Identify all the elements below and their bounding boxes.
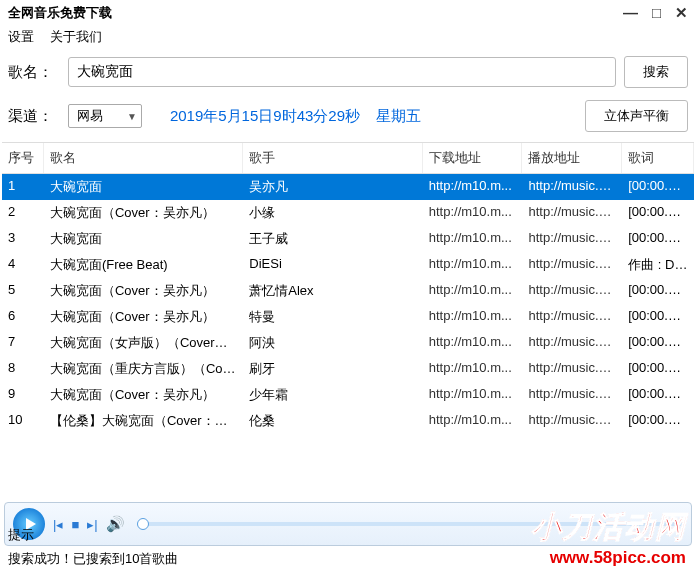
cell-play: http://music.1... xyxy=(522,278,622,304)
cell-lyric: [00:00.000] ... xyxy=(622,408,694,434)
table-header: 序号 歌名 歌手 下载地址 播放地址 歌词 xyxy=(2,143,694,174)
cell-play: http://music.1... xyxy=(522,304,622,330)
cell-idx: 9 xyxy=(2,382,44,408)
cell-idx: 4 xyxy=(2,252,44,278)
cell-idx: 8 xyxy=(2,356,44,382)
search-label: 歌名： xyxy=(8,63,60,82)
cell-name: 大碗宽面（女声版）（Cover：吴... xyxy=(44,330,243,356)
cell-idx: 5 xyxy=(2,278,44,304)
cell-dl: http://m10.m... xyxy=(423,356,523,382)
cell-artist: 吴亦凡 xyxy=(243,174,422,200)
tip-label: 提示 xyxy=(8,526,178,544)
cell-name: 大碗宽面(Free Beat) xyxy=(44,252,243,278)
cell-idx: 1 xyxy=(2,174,44,200)
cell-name: 大碗宽面（Cover：吴亦凡） xyxy=(44,200,243,226)
table-row[interactable]: 10【伦桑】大碗宽面（Cover：吴亦...伦桑http://m10.m...h… xyxy=(2,408,694,434)
cell-artist: 特曼 xyxy=(243,304,422,330)
cell-artist: DiESi xyxy=(243,252,422,278)
cell-name: 大碗宽面（重庆方言版）（Cover... xyxy=(44,356,243,382)
search-input[interactable] xyxy=(68,57,616,87)
cell-play: http://music.1... xyxy=(522,382,622,408)
cell-lyric: [00:00.000] ... xyxy=(622,200,694,226)
table-row[interactable]: 8大碗宽面（重庆方言版）（Cover...刷牙http://m10.m...ht… xyxy=(2,356,694,382)
col-name[interactable]: 歌名 xyxy=(44,143,243,173)
table-row[interactable]: 1大碗宽面吴亦凡http://m10.m...http://music.1...… xyxy=(2,174,694,200)
cell-play: http://music.1... xyxy=(522,226,622,252)
table-row[interactable]: 4大碗宽面(Free Beat)DiESihttp://m10.m...http… xyxy=(2,252,694,278)
cell-dl: http://m10.m... xyxy=(423,200,523,226)
results-table: 序号 歌名 歌手 下载地址 播放地址 歌词 1大碗宽面吴亦凡http://m10… xyxy=(2,142,694,434)
cell-play: http://music.1... xyxy=(522,200,622,226)
cell-lyric: [00:00.000] ... xyxy=(622,226,694,252)
cell-idx: 10 xyxy=(2,408,44,434)
col-play[interactable]: 播放地址 xyxy=(522,143,622,173)
table-row[interactable]: 7大碗宽面（女声版）（Cover：吴...阿泱http://m10.m...ht… xyxy=(2,330,694,356)
cell-name: 大碗宽面（Cover：吴亦凡） xyxy=(44,278,243,304)
cell-dl: http://m10.m... xyxy=(423,382,523,408)
status-text: 搜索成功！已搜索到10首歌曲 xyxy=(8,550,178,568)
cell-dl: http://m10.m... xyxy=(423,174,523,200)
cell-artist: 萧忆情Alex xyxy=(243,278,422,304)
col-index[interactable]: 序号 xyxy=(2,143,44,173)
cell-artist: 王子威 xyxy=(243,226,422,252)
cell-play: http://music.1... xyxy=(522,330,622,356)
cell-lyric: [00:00.000] ... xyxy=(622,174,694,200)
cell-dl: http://m10.m... xyxy=(423,408,523,434)
stereo-balance-button[interactable]: 立体声平衡 xyxy=(585,100,688,132)
cell-lyric: [00:00.000] ... xyxy=(622,356,694,382)
cell-play: http://music.1... xyxy=(522,174,622,200)
cell-idx: 2 xyxy=(2,200,44,226)
cell-play: http://music.1... xyxy=(522,408,622,434)
cell-artist: 少年霜 xyxy=(243,382,422,408)
cell-idx: 6 xyxy=(2,304,44,330)
watermark: 小刀活动网 www.58picc.com xyxy=(531,507,686,568)
cell-artist: 阿泱 xyxy=(243,330,422,356)
menu-about[interactable]: 关于我们 xyxy=(50,29,102,44)
col-artist[interactable]: 歌手 xyxy=(243,143,422,173)
cell-name: 大碗宽面（Cover：吴亦凡） xyxy=(44,304,243,330)
cell-dl: http://m10.m... xyxy=(423,252,523,278)
cell-lyric: [00:00.000] ... xyxy=(622,382,694,408)
minimize-icon[interactable]: — xyxy=(623,4,638,22)
cell-lyric: [00:00.000] ... xyxy=(622,278,694,304)
table-row[interactable]: 5大碗宽面（Cover：吴亦凡）萧忆情Alexhttp://m10.m...ht… xyxy=(2,278,694,304)
col-lyric[interactable]: 歌词 xyxy=(622,143,694,173)
cell-name: 大碗宽面 xyxy=(44,174,243,200)
cell-lyric: [00:00.000] ... xyxy=(622,330,694,356)
table-row[interactable]: 2大碗宽面（Cover：吴亦凡）小缘http://m10.m...http://… xyxy=(2,200,694,226)
cell-play: http://music.1... xyxy=(522,356,622,382)
cell-name: 大碗宽面 xyxy=(44,226,243,252)
table-row[interactable]: 3大碗宽面王子威http://m10.m...http://music.1...… xyxy=(2,226,694,252)
table-row[interactable]: 6大碗宽面（Cover：吴亦凡）特曼http://m10.m...http://… xyxy=(2,304,694,330)
chevron-down-icon: ▼ xyxy=(127,111,137,122)
cell-idx: 7 xyxy=(2,330,44,356)
cell-name: 大碗宽面（Cover：吴亦凡） xyxy=(44,382,243,408)
close-icon[interactable]: ✕ xyxy=(675,4,688,22)
cell-artist: 伦桑 xyxy=(243,408,422,434)
cell-dl: http://m10.m... xyxy=(423,278,523,304)
search-button[interactable]: 搜索 xyxy=(624,56,688,88)
table-row[interactable]: 9大碗宽面（Cover：吴亦凡）少年霜http://m10.m...http:/… xyxy=(2,382,694,408)
cell-dl: http://m10.m... xyxy=(423,330,523,356)
channel-value: 网易 xyxy=(77,107,103,125)
cell-play: http://music.1... xyxy=(522,252,622,278)
menu-settings[interactable]: 设置 xyxy=(8,29,34,44)
cell-dl: http://m10.m... xyxy=(423,304,523,330)
maximize-icon[interactable]: □ xyxy=(652,4,661,22)
cell-artist: 小缘 xyxy=(243,200,422,226)
cell-name: 【伦桑】大碗宽面（Cover：吴亦... xyxy=(44,408,243,434)
cell-dl: http://m10.m... xyxy=(423,226,523,252)
window-title: 全网音乐免费下载 xyxy=(8,4,623,22)
cell-artist: 刷牙 xyxy=(243,356,422,382)
cell-idx: 3 xyxy=(2,226,44,252)
cell-lyric: 作曲 : DiESi作... xyxy=(622,252,694,278)
col-download[interactable]: 下载地址 xyxy=(423,143,523,173)
cell-lyric: [00:00.000] ... xyxy=(622,304,694,330)
channel-select[interactable]: 网易 ▼ xyxy=(68,104,142,128)
datetime-display: 2019年5月15日9时43分29秒星期五 xyxy=(170,107,421,126)
channel-label: 渠道： xyxy=(8,107,60,126)
